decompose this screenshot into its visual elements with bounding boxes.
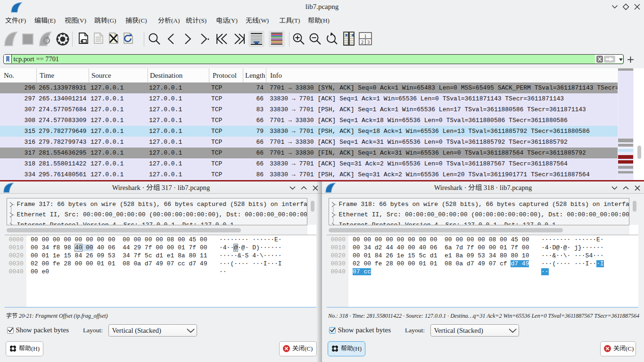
svg-text:1: 1 xyxy=(364,33,367,39)
svg-text:2: 2 xyxy=(361,40,363,45)
svg-text:3: 3 xyxy=(367,40,370,45)
